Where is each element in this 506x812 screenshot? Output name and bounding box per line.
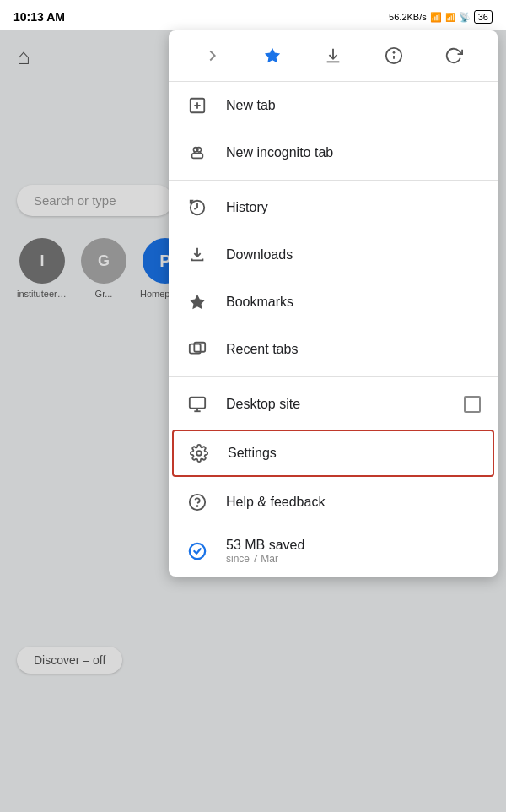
settings-icon bbox=[187, 441, 211, 465]
divider-2 bbox=[169, 376, 498, 377]
divider-1 bbox=[169, 180, 498, 181]
svg-marker-21 bbox=[190, 295, 205, 309]
savings-icon bbox=[186, 539, 209, 563]
desktop-icon bbox=[186, 392, 209, 416]
svg-point-27 bbox=[196, 451, 202, 456]
status-icons: 56.2KB/s 📶 📶 📡 36 bbox=[389, 10, 493, 24]
network-speed: 56.2KB/s bbox=[389, 12, 427, 22]
help-feedback-label: Help & feedback bbox=[226, 495, 481, 510]
history-item[interactable]: History bbox=[169, 184, 498, 231]
signal-icon-2: 📶 bbox=[445, 13, 455, 22]
svg-rect-17 bbox=[192, 154, 203, 159]
forward-button[interactable] bbox=[197, 41, 228, 71]
bookmark-button[interactable] bbox=[257, 41, 288, 71]
recent-tabs-item[interactable]: Recent tabs bbox=[169, 326, 498, 373]
new-tab-label: New tab bbox=[226, 98, 481, 113]
mb-saved-sublabel: since 7 Mar bbox=[226, 553, 304, 565]
history-icon bbox=[186, 196, 209, 219]
recent-tabs-icon bbox=[186, 338, 209, 361]
new-incognito-tab-label: New incognito tab bbox=[226, 145, 481, 160]
downloads-label: Downloads bbox=[226, 247, 481, 263]
info-button[interactable] bbox=[379, 41, 409, 71]
bookmarks-item[interactable]: Bookmarks bbox=[169, 279, 498, 326]
settings-label: Settings bbox=[228, 446, 479, 461]
new-tab-item[interactable]: New tab bbox=[169, 82, 498, 129]
download-toolbar-button[interactable] bbox=[318, 41, 348, 71]
help-icon bbox=[186, 490, 209, 514]
bookmarks-label: Bookmarks bbox=[226, 295, 481, 310]
refresh-button[interactable] bbox=[439, 41, 469, 71]
help-feedback-item[interactable]: Help & feedback bbox=[169, 479, 498, 526]
svg-rect-24 bbox=[190, 398, 205, 409]
incognito-icon bbox=[186, 141, 209, 165]
mb-saved-label: 53 MB saved bbox=[226, 538, 304, 553]
status-time: 10:13 AM bbox=[13, 10, 65, 24]
new-incognito-tab-item[interactable]: New incognito tab bbox=[169, 129, 498, 176]
downloads-item[interactable]: Downloads bbox=[169, 231, 498, 279]
new-tab-icon bbox=[186, 94, 209, 117]
settings-item[interactable]: Settings bbox=[172, 430, 494, 477]
wifi-icon: 📡 bbox=[459, 12, 471, 23]
signal-icon-1: 📶 bbox=[430, 12, 442, 23]
desktop-site-label: Desktop site bbox=[226, 397, 464, 412]
svg-marker-7 bbox=[265, 48, 280, 62]
downloads-icon bbox=[186, 243, 209, 267]
mb-saved-item[interactable]: 53 MB saved since 7 Mar bbox=[169, 526, 498, 577]
history-label: History bbox=[226, 200, 481, 215]
status-bar: 10:13 AM 56.2KB/s 📶 📶 📡 36 bbox=[0, 0, 506, 30]
battery-icon: 36 bbox=[474, 10, 493, 24]
desktop-site-item[interactable]: Desktop site bbox=[169, 381, 498, 428]
dropdown-menu: New tab New incognito tab History bbox=[169, 30, 498, 577]
desktop-site-checkbox[interactable] bbox=[464, 396, 481, 413]
bookmarks-icon bbox=[186, 290, 209, 314]
menu-toolbar bbox=[169, 30, 498, 82]
mb-saved-text: 53 MB saved since 7 Mar bbox=[226, 538, 304, 565]
recent-tabs-label: Recent tabs bbox=[226, 342, 481, 357]
